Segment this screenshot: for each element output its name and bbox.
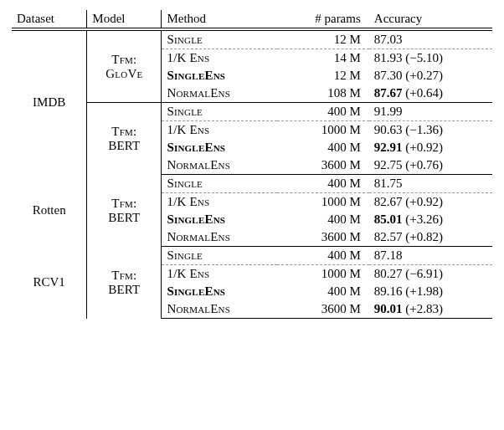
accuracy-cell: 85.01 (+3.26) — [369, 211, 492, 228]
model-bottom: BERT — [108, 139, 140, 152]
method-cell: 1/K Ens — [167, 195, 209, 208]
params-cell: 400 M — [277, 247, 369, 265]
params-cell: 3600 M — [277, 300, 369, 319]
params-cell: 400 M — [277, 175, 369, 193]
accuracy-cell: 87.67 (+0.64) — [369, 84, 492, 103]
accuracy-cell: 90.01 (+2.83) — [369, 300, 492, 319]
params-cell: 3600 M — [277, 228, 369, 247]
model-bottom: GloVe — [105, 67, 142, 80]
model-top: Tfm: — [111, 197, 136, 210]
method-cell: NormalEns — [167, 86, 230, 100]
accuracy-cell: 87.03 — [369, 31, 492, 49]
model-bottom: BERT — [108, 211, 140, 224]
table-row: RCV1 Tfm: BERT Single 400 M 87.18 — [12, 247, 492, 265]
method-cell: NormalEns — [167, 230, 230, 243]
dataset-cell: Rotten — [12, 175, 87, 247]
method-cell: Single — [167, 33, 203, 46]
accuracy-cell: 81.93 (−5.10) — [369, 49, 492, 68]
col-accuracy: Accuracy — [369, 10, 492, 28]
accuracy-cell: 80.27 (−6.91) — [369, 265, 492, 284]
model-cell: Tfm: BERT — [87, 175, 162, 247]
params-cell: 108 M — [277, 84, 369, 103]
accuracy-cell: 87.18 — [369, 247, 492, 265]
model-top: Tfm: — [111, 125, 136, 138]
method-cell: SingleEns — [167, 212, 225, 226]
method-cell: 1/K Ens — [167, 123, 209, 136]
col-params: # params — [277, 10, 369, 28]
accuracy-cell: 92.91 (+0.92) — [369, 139, 492, 156]
params-cell: 1000 M — [277, 121, 369, 140]
model-cell: Tfm: BERT — [87, 103, 162, 175]
params-cell: 1000 M — [277, 265, 369, 284]
model-bottom: BERT — [108, 283, 140, 296]
table-header-row: Dataset Model Method # params Accuracy — [12, 10, 492, 28]
dataset-cell: RCV1 — [12, 247, 87, 319]
accuracy-cell: 90.63 (−1.36) — [369, 121, 492, 140]
method-cell: Single — [167, 177, 203, 190]
model-top: Tfm: — [111, 269, 136, 282]
params-cell: 12 M — [277, 67, 369, 84]
method-cell: SingleEns — [167, 69, 225, 82]
table-row: Rotten Tfm: BERT Single 400 M 81.75 — [12, 175, 492, 193]
col-dataset: Dataset — [12, 10, 87, 28]
col-method: Method — [162, 10, 277, 28]
params-cell: 400 M — [277, 139, 369, 156]
model-cell: Tfm: BERT — [87, 247, 162, 319]
results-table: Dataset Model Method # params Accuracy I… — [12, 10, 492, 319]
params-cell: 14 M — [277, 49, 369, 68]
method-cell: NormalEns — [167, 158, 230, 171]
params-cell: 3600 M — [277, 156, 369, 175]
params-cell: 400 M — [277, 211, 369, 228]
accuracy-cell: 81.75 — [369, 175, 492, 193]
accuracy-cell: 92.75 (+0.76) — [369, 156, 492, 175]
accuracy-cell: 82.57 (+0.82) — [369, 228, 492, 247]
model-top: Tfm: — [111, 53, 136, 66]
accuracy-cell: 87.30 (+0.27) — [369, 67, 492, 84]
params-cell: 12 M — [277, 31, 369, 49]
params-cell: 1000 M — [277, 193, 369, 212]
accuracy-cell: 89.16 (+1.98) — [369, 283, 492, 300]
method-cell: SingleEns — [167, 284, 225, 298]
method-cell: 1/K Ens — [167, 51, 209, 64]
table-row: IMDB Tfm: GloVe Single 12 M 87.03 — [12, 31, 492, 49]
params-cell: 400 M — [277, 283, 369, 300]
accuracy-cell: 82.67 (+0.92) — [369, 193, 492, 212]
params-cell: 400 M — [277, 103, 369, 121]
method-cell: NormalEns — [167, 302, 230, 315]
method-cell: 1/K Ens — [167, 267, 209, 280]
accuracy-cell: 91.99 — [369, 103, 492, 121]
method-cell: Single — [167, 248, 203, 262]
col-model: Model — [87, 10, 162, 28]
dataset-cell: IMDB — [12, 31, 87, 175]
model-cell: Tfm: GloVe — [87, 31, 162, 103]
method-cell: Single — [167, 105, 203, 118]
method-cell: SingleEns — [167, 141, 225, 154]
